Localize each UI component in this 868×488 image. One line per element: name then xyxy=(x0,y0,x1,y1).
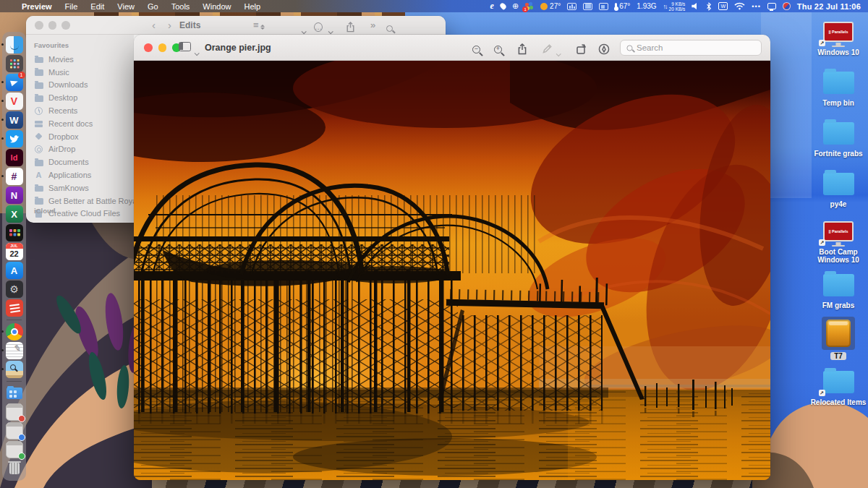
sidebar-item-get-better-at-battle-royale-2[interactable]: Get Better at Battle Royale 2 xyxy=(34,194,134,207)
markup-toolbar-icon[interactable] xyxy=(598,42,610,55)
sidebar-item-desktop[interactable]: Desktop xyxy=(34,91,134,104)
dock-textedit[interactable]: ✎ xyxy=(6,342,23,359)
status-weather[interactable]: 27° xyxy=(540,2,561,10)
dock-app-store[interactable]: A xyxy=(6,262,23,279)
share-icon[interactable] xyxy=(517,42,527,55)
status-more-icon[interactable]: ••• xyxy=(752,3,760,10)
back-button[interactable]: ‹ xyxy=(152,19,156,31)
dock-onenote[interactable]: N xyxy=(6,187,23,204)
up-down-arrows-icon: ↑↓ xyxy=(663,3,667,10)
finder-toolbar[interactable]: ‹ › Edits ≡ … » xyxy=(26,16,446,35)
dock-vivaldi[interactable]: V xyxy=(6,93,23,110)
markup-pencil-icon[interactable] xyxy=(542,42,553,55)
desktop-icon-fortnite-grabs[interactable]: Fortnite grabs xyxy=(810,119,867,158)
sidebar-item-recents[interactable]: Recents xyxy=(34,104,134,117)
status-network-speed[interactable]: ↑↓ 9 KB/s20 KB/s xyxy=(663,1,686,12)
sidebar-item-samknows[interactable]: SamKnows xyxy=(34,181,134,194)
menu-view[interactable]: View xyxy=(117,2,135,11)
status-bluetooth-icon[interactable] xyxy=(706,2,712,11)
dock-excel[interactable]: X xyxy=(6,205,23,223)
status-temperature[interactable]: 67° xyxy=(615,2,630,10)
mail-badge: 1 xyxy=(18,72,25,79)
dock-applications-folder[interactable] xyxy=(6,385,23,402)
search-icon[interactable] xyxy=(386,22,393,35)
search-input[interactable] xyxy=(637,43,745,52)
minimize-button[interactable] xyxy=(48,21,57,30)
dock-launchpad-grid-app[interactable] xyxy=(6,224,23,241)
dock-word[interactable]: W xyxy=(6,111,23,129)
status-parallels-toolbox-icon[interactable]: 1 xyxy=(525,2,534,10)
menu-file[interactable]: File xyxy=(65,2,78,11)
menu-help[interactable]: Help xyxy=(244,2,260,11)
dock-launchpad[interactable] xyxy=(6,55,23,72)
dock-twitter[interactable] xyxy=(6,130,23,147)
dock-preview-app[interactable] xyxy=(6,361,23,378)
list-view-icon[interactable]: ≡ xyxy=(253,20,265,30)
actions-menu-icon[interactable]: … xyxy=(314,20,323,33)
status-cpu-meter-icon[interactable] xyxy=(567,3,576,10)
zoom-out-icon[interactable]: − xyxy=(472,43,480,56)
zoom-in-icon[interactable]: + xyxy=(494,43,502,56)
desktop-icon-label: Boot Camp Windows 10 xyxy=(810,248,867,264)
dock-trash[interactable] xyxy=(6,460,23,477)
menu-bar-clock[interactable]: Thu 22 Jul 11:06 xyxy=(797,2,861,11)
status-edge-icon[interactable]: e xyxy=(490,1,494,12)
sidebar-item-applications[interactable]: AApplications xyxy=(34,168,134,181)
finder-window-controls xyxy=(35,21,70,30)
status-display-icon[interactable] xyxy=(767,3,776,9)
desktop-icon-t7-drive[interactable]: T7 xyxy=(810,317,867,360)
chevron-down-icon[interactable] xyxy=(195,46,198,59)
dock-minimized-window[interactable] xyxy=(6,441,23,458)
close-button[interactable] xyxy=(35,21,43,30)
dock-slack[interactable]: # xyxy=(6,168,23,185)
sidebar-item-dropbox[interactable]: Dropbox xyxy=(34,130,134,143)
sidebar-item-recent-docs[interactable]: Recent docs xyxy=(34,117,134,130)
dock-finder[interactable] xyxy=(6,36,23,53)
preview-toolbar[interactable]: Orange pier.jpg − + xyxy=(134,35,770,61)
menu-go[interactable]: Go xyxy=(148,2,158,11)
status-volume-icon[interactable] xyxy=(692,3,699,10)
desktop-icon-py4e[interactable]: py4e xyxy=(810,169,867,208)
sidebar-item-airdrop[interactable]: AirDrop xyxy=(34,143,134,156)
desktop-icon-boot-camp-windows-10[interactable]: || Parallels Boot Camp Windows 10 xyxy=(810,217,867,264)
dock-system-preferences[interactable]: ⚙ xyxy=(6,281,23,298)
search-field[interactable] xyxy=(620,40,762,56)
dock-calendar[interactable]: JUL 22 xyxy=(6,243,23,260)
sidebar-item-movies[interactable]: Movies xyxy=(34,53,134,66)
toolbar-overflow-icon[interactable]: » xyxy=(370,20,375,31)
dock-todoist[interactable] xyxy=(6,299,23,317)
menu-preview[interactable]: Preview xyxy=(22,2,52,11)
sidebar-item-documents[interactable]: Documents xyxy=(34,155,134,168)
status-parallels-icon[interactable] xyxy=(783,2,791,10)
sidebar-item-downloads[interactable]: Downloads xyxy=(34,79,134,92)
desktop-icon-windows-10[interactable]: || Parallels Windows 10 xyxy=(810,17,867,56)
sidebar-toggle-icon[interactable] xyxy=(179,42,191,51)
desktop-icon-relocated-items[interactable]: Relocated Items xyxy=(810,367,867,406)
menu-tools[interactable]: Tools xyxy=(171,2,190,11)
status-input-app-icon[interactable]: W xyxy=(718,2,728,10)
dock-mail-spark[interactable]: 1 xyxy=(6,74,23,91)
status-droplet-icon[interactable] xyxy=(501,3,506,9)
sidebar-item-music[interactable]: Music xyxy=(34,66,134,79)
desktop-icon-temp-bin[interactable]: Temp bin xyxy=(810,68,867,107)
rotate-icon[interactable] xyxy=(575,42,587,55)
status-disk-meter-icon[interactable] xyxy=(599,3,608,10)
dock-indesign[interactable]: Id xyxy=(6,149,23,166)
share-icon[interactable] xyxy=(346,20,355,33)
forward-button[interactable]: › xyxy=(168,19,171,31)
menu-window[interactable]: Window xyxy=(203,2,231,11)
dock-minimized-window[interactable] xyxy=(6,422,23,440)
chevron-down-icon[interactable] xyxy=(556,46,560,59)
minimize-button[interactable] xyxy=(158,43,167,52)
status-memory-meter-icon[interactable] xyxy=(583,3,592,10)
status-memory-used[interactable]: 1.93G xyxy=(637,2,656,10)
desktop-icon-fm-grabs[interactable]: FM grabs xyxy=(810,270,867,309)
folder-icon xyxy=(34,184,43,192)
menu-edit[interactable]: Edit xyxy=(90,2,104,11)
close-button[interactable] xyxy=(144,43,153,52)
zoom-button[interactable] xyxy=(61,21,70,30)
dock-chrome[interactable] xyxy=(6,323,23,341)
status-globe-icon[interactable]: ⊕ xyxy=(512,1,519,11)
status-wifi-icon[interactable] xyxy=(734,2,745,10)
dock-minimized-window[interactable] xyxy=(6,403,23,421)
